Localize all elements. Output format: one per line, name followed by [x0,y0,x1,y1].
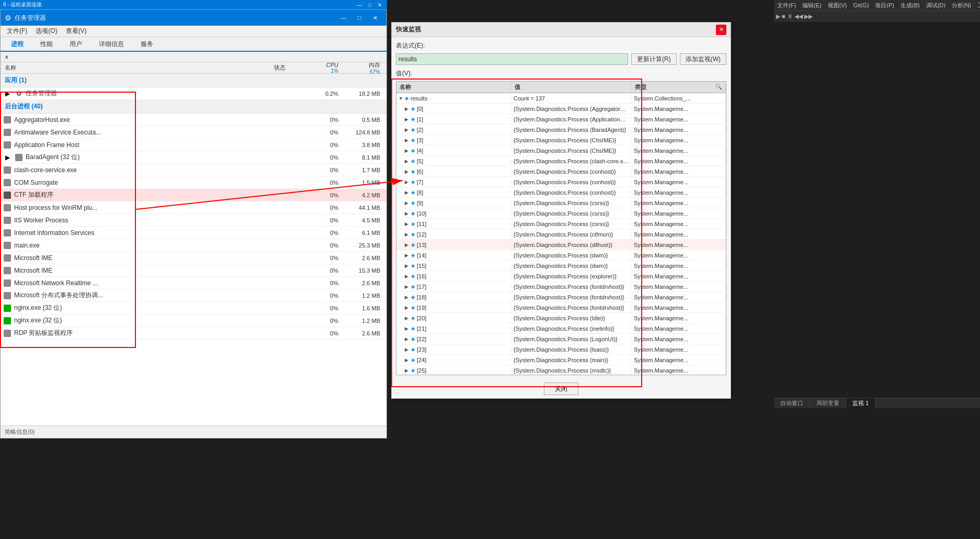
table-row[interactable]: ▶ ◈ [1] {System.Diagnostics.Process (App… [396,114,726,125]
table-row[interactable]: ▶ ◈ [5] {System.Diagnostics.Process (cla… [396,156,726,166]
table-row[interactable]: ▶ ◈ [11] {System.Diagnostics.Process (cs… [396,219,726,229]
qw-update-btn[interactable]: 更新计算(R) [631,53,677,65]
expand-icon[interactable]: ▶ [405,138,410,143]
col-cpu-header[interactable]: CPU 1% [301,62,343,74]
table-row[interactable]: ▶ ◈ [17] {System.Diagnostics.Process (fo… [396,282,726,292]
vs-menu-git[interactable]: Git(G) [853,2,869,8]
expand-icon[interactable]: ▶ [405,263,410,268]
expand-icon[interactable]: ∧ [5,54,8,60]
expand-icon[interactable]: ▶ [405,148,410,153]
table-row[interactable]: ▶ ◈ [15] {System.Diagnostics.Process (dw… [396,261,726,271]
expand-icon[interactable]: ▶ [405,190,410,195]
expand-icon[interactable]: ▶ [405,242,410,248]
list-item[interactable]: clash-core-service.exe 0% 1.7 MB [1,164,386,176]
table-row[interactable]: ▶ ◈ [21] {System.Diagnostics.Process (in… [396,323,726,334]
tm-close-btn[interactable]: ✕ [368,13,382,23]
table-row[interactable]: ▶ ◈ [8] {System.Diagnostics.Process (con… [396,187,726,198]
rd-close[interactable]: ✕ [375,2,384,8]
list-item[interactable]: Antimalware Service Executa... 0% 124.8 … [1,126,386,139]
tm-menu-view[interactable]: 查看(V) [62,26,91,37]
table-row[interactable]: ▶ ◈ [18] {System.Diagnostics.Process (fo… [396,292,726,302]
tab-users[interactable]: 用户 [61,38,90,52]
expand-icon[interactable]: ▶ [405,232,410,237]
expand-icon[interactable]: ▶ [405,117,410,122]
list-item[interactable]: IIS Worker Process 0% 4.5 MB [1,214,386,227]
expand-icon[interactable]: ▶ [405,347,410,352]
expand-icon[interactable]: ▶ [405,326,410,331]
table-row[interactable]: ▶ ◈ [0] {System.Diagnostics.Process (Agg… [396,104,726,114]
expand-icon[interactable]: ▶ [405,357,410,363]
expand-icon[interactable]: ▶ [405,316,410,321]
qw-add-watch-btn[interactable]: 添加监视(W) [680,53,726,65]
table-row[interactable]: ▶ ◈ [14] {System.Diagnostics.Process (dw… [396,250,726,261]
vs-menu-view[interactable]: 视图(V) [828,2,847,9]
qw-close-btn[interactable]: ✕ [716,25,726,35]
vs-menu-project[interactable]: 项目(P) [875,2,894,9]
expand-icon[interactable]: ▶ [405,253,410,258]
expand-icon[interactable]: ▶ [405,368,410,373]
list-item[interactable]: Microsoft 分布式事务处理协调... 0% 1.2 MB [1,289,386,302]
table-row[interactable]: ▶ ◈ [3] {System.Diagnostics.Process (Chs… [396,135,726,145]
vs-menu-tools[interactable]: 工具(T) [977,2,980,9]
table-row[interactable]: ▶ ◈ [9] {System.Diagnostics.Process (csr… [396,198,726,208]
col-name-header[interactable]: 名称 [3,64,259,72]
list-item[interactable]: RDP 剪贴板监视程序 0% 2.6 MB [1,327,386,340]
list-item[interactable]: Application Frame Host 0% 3.8 MB [1,139,386,151]
vs-menu-analyze[interactable]: 分析(N) [952,2,971,9]
tab-details[interactable]: 详细信息 [90,38,132,52]
expand-icon[interactable]: ▶ [405,179,410,185]
tab-watch1[interactable]: 监视 1 [846,398,875,408]
rd-minimize[interactable]: — [355,2,364,8]
vs-menu-build[interactable]: 生成(B) [901,2,920,9]
table-row[interactable]: ▶ ◈ [20] {System.Diagnostics.Process (Id… [396,313,726,323]
list-item[interactable]: CTF 加载程序 0% 4.2 MB [1,189,386,201]
vs-menu-edit[interactable]: 编辑(E) [802,2,822,9]
expand-icon[interactable]: ▶ [405,159,410,164]
vs-menu-file[interactable]: 文件(F) [777,2,796,9]
list-item[interactable]: ▶ BaradAgent (32 位) 0% 8.1 MB [1,151,386,164]
list-item[interactable]: nginx.exe (32 位) 0% 1.2 MB [1,315,386,327]
qw-expr-input[interactable] [396,53,628,65]
tab-processes[interactable]: 进程 [3,38,32,52]
table-row[interactable]: ▶ ◈ [6] {System.Diagnostics.Process (con… [396,166,726,177]
tm-menu-file[interactable]: 文件(F) [3,26,31,37]
table-row[interactable]: ▶ ◈ [2] {System.Diagnostics.Process (Bar… [396,125,726,135]
list-item[interactable]: Internet Information Services 0% 6.1 MB [1,227,386,239]
expand-icon[interactable]: ▶ [405,305,410,310]
table-row[interactable]: ▶ ◈ [10] {System.Diagnostics.Process (cs… [396,208,726,219]
expand-icon[interactable]: ▼ [398,96,404,101]
expand-icon[interactable]: ▶ [405,274,410,279]
tab-locals[interactable]: 局部变量 [810,398,846,408]
vs-menu-debug[interactable]: 调试(D) [926,2,945,9]
expand-icon[interactable]: ▶ [405,284,410,289]
tab-services[interactable]: 服务 [132,38,162,52]
expand-icon[interactable]: ▶ [405,211,410,216]
table-row[interactable]: ▶ ◈ [4] {System.Diagnostics.Process (Chs… [396,145,726,156]
tm-minimize-btn[interactable]: — [336,13,351,23]
expand-icon[interactable]: ▶ [405,295,410,300]
list-item[interactable]: nginx.exe (32 位) 0% 1.6 MB [1,302,386,315]
table-row[interactable]: ▶ ◈ [7] {System.Diagnostics.Process (con… [396,177,726,187]
table-row[interactable]: ▶ ◈ [22] {System.Diagnostics.Process (Lo… [396,334,726,344]
table-row[interactable]: ▶ ◈ [23] {System.Diagnostics.Process (ls… [396,344,726,355]
expand-icon[interactable]: ▶ [405,127,410,132]
expand-icon[interactable]: ▶ [405,336,410,342]
table-row[interactable]: ▶ ◈ [13] {System.Diagnostics.Process (dl… [396,240,726,250]
list-item[interactable]: Host process for WinRM plu... 0% 44.1 MB [1,201,386,214]
expand-icon[interactable]: ▶ [405,106,410,111]
tab-performance[interactable]: 性能 [32,38,61,52]
rd-maximize[interactable]: □ [366,2,373,8]
expand-icon[interactable]: ▶ [405,200,410,206]
search-icon[interactable]: 🔍 [715,83,722,90]
col-mem-header[interactable]: 内存 67% [343,61,384,75]
table-row[interactable]: ▶ ◈ [16] {System.Diagnostics.Process (ex… [396,271,726,282]
table-row[interactable]: ▶ ◈ [12] {System.Diagnostics.Process (ct… [396,229,726,240]
list-item[interactable]: ▶ ⚙ 任务管理器 0.2% 18.2 MB [1,87,386,100]
list-item[interactable]: Microsoft IME 0% 15.3 MB [1,264,386,277]
table-row[interactable]: ▶ ◈ [25] {System.Diagnostics.Process (ms… [396,365,726,375]
list-item[interactable]: Microsoft IME 0% 2.6 MB [1,252,386,264]
list-item[interactable]: Microsoft Network Realtime ... 0% 2.6 MB [1,277,386,289]
list-item[interactable]: main.exe 0% 25.3 MB [1,239,386,252]
qw-footer-close-btn[interactable]: 关闭 [544,383,578,395]
tm-menu-options[interactable]: 选项(O) [31,26,61,37]
